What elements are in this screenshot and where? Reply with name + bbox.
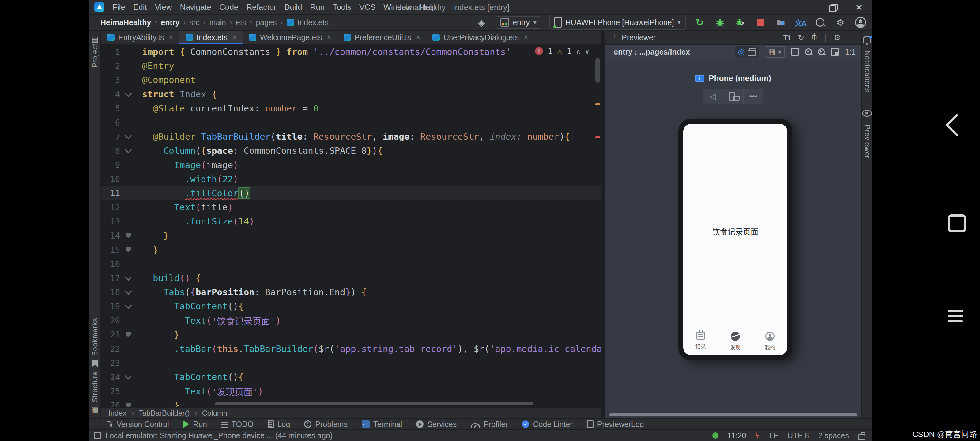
menu-item-file[interactable]: File [108, 0, 129, 14]
hide-panel-icon[interactable]: — [848, 33, 856, 42]
breadcrumb-item[interactable]: Index.ets [298, 18, 329, 27]
editor-breadcrumb-item[interactable]: TabBarBuilder() [139, 409, 190, 417]
toolwindow-version-control[interactable]: Version Control [107, 420, 169, 429]
line-ending-indicator[interactable]: LF [769, 431, 778, 440]
restore-icon[interactable] [824, 1, 842, 14]
project-folder-icon[interactable]: ▤ [92, 35, 99, 43]
phone-tab-item[interactable]: 记录 [695, 332, 706, 351]
debug-button[interactable] [714, 16, 726, 29]
layers-icon[interactable] [748, 49, 756, 56]
code-line[interactable]: 5 @State currentIndex: number = 0 [101, 101, 601, 115]
window-layout-icon[interactable] [94, 432, 101, 439]
run-button[interactable]: ↻ [694, 16, 706, 29]
more-options-icon[interactable]: ••• [744, 89, 763, 103]
system-recents-icon[interactable] [948, 214, 966, 232]
tab-close-icon[interactable]: × [169, 33, 173, 41]
code-line[interactable]: 9 Image(image) [101, 158, 601, 172]
prev-issue-icon[interactable]: ∧ [576, 48, 580, 55]
fold-chevron-icon[interactable] [125, 146, 132, 153]
toolwindow-profiler[interactable]: Profiler [471, 420, 508, 429]
editor-previewer-splitter[interactable] [601, 30, 605, 418]
code-line[interactable]: 23 [101, 356, 601, 370]
phone-tab-item[interactable]: 发现 [730, 332, 740, 351]
code-line[interactable]: 24 TabContent(){ [101, 370, 601, 384]
stop-button[interactable] [754, 16, 767, 29]
drag-handle-icon[interactable]: ⋮ [611, 33, 617, 41]
sidebar-item-structure[interactable]: Structure [91, 371, 99, 403]
lock-icon[interactable] [858, 434, 865, 440]
fold-end-icon[interactable] [126, 403, 131, 407]
tab-welcomepage-ets[interactable]: WelcomePage.ets× [243, 30, 337, 44]
fold-chevron-icon[interactable] [125, 274, 132, 281]
previewer-horizontal-scrollbar[interactable] [609, 413, 857, 417]
code-line[interactable]: 1import { CommonConstants } from '../com… [101, 45, 601, 59]
fit-to-screen-icon[interactable] [831, 48, 839, 56]
code-line[interactable]: 13 .fontSize(14) [101, 214, 601, 228]
rotate-device-icon[interactable] [723, 89, 744, 103]
fold-end-icon[interactable] [126, 233, 131, 238]
code-line[interactable]: 8 Column({space: CommonConstants.SPACE_8… [101, 143, 601, 158]
phone-screen[interactable]: 饮食记录页面 记录发现我的 [683, 124, 788, 355]
toolwindow-previewerlog[interactable]: PreviewerLog [587, 420, 644, 429]
tab-close-icon[interactable]: × [416, 33, 420, 41]
search-icon[interactable] [814, 16, 826, 29]
frame-icon[interactable] [791, 48, 799, 56]
code-line[interactable]: 22 .tabBar(this.TabBarBuilder($r('app.st… [101, 342, 601, 356]
status-message[interactable]: Local emulator: Starting Huawei_Phone de… [105, 431, 332, 440]
structure-icon[interactable]: ▦ [92, 406, 99, 414]
tab-entryability-ts[interactable]: EntryAbility.ts× [101, 30, 180, 44]
code-line[interactable]: 12 Text(title) [101, 200, 601, 214]
code-line[interactable]: 19 TabContent(){ [101, 299, 601, 313]
fold-chevron-icon[interactable] [125, 302, 132, 309]
editor-vertical-scrollbar[interactable] [595, 58, 600, 83]
indent-indicator[interactable]: 2 spaces [818, 431, 849, 440]
account-avatar[interactable] [854, 16, 867, 29]
tab-close-icon[interactable]: × [524, 33, 528, 41]
bookmark-icon[interactable] [92, 360, 98, 367]
locate-component-icon[interactable]: ◎ [738, 47, 745, 57]
zoom-in-icon[interactable] [818, 48, 825, 55]
translate-icon[interactable]: 文A [795, 17, 806, 28]
plug-icon[interactable]: ψ [811, 33, 817, 42]
error-stripe-mark[interactable] [595, 136, 600, 139]
back-icon[interactable]: ◁ [703, 89, 723, 103]
toolwindow-run[interactable]: Run [183, 420, 207, 429]
editor-breadcrumb-item[interactable]: Column [202, 409, 227, 417]
code-line[interactable]: 11 .fillColor() [101, 186, 601, 200]
phone-tab-item[interactable]: 我的 [765, 332, 775, 351]
refresh-icon[interactable]: ↻ [798, 33, 804, 42]
code-editor[interactable]: 1import { CommonConstants } from '../com… [101, 45, 601, 407]
toolwindow-code-linter[interactable]: ✓Code Linter [522, 420, 573, 429]
breadcrumb-item[interactable]: HeimaHealthy [100, 18, 151, 27]
code-line[interactable]: 16 [101, 257, 601, 271]
fold-end-icon[interactable] [126, 332, 131, 337]
toolwindow-log[interactable]: Log [268, 420, 290, 429]
inspections-widget[interactable]: ! 1 ⚠ 1 ∧ ∨ [535, 46, 589, 56]
fold-chevron-icon[interactable] [125, 373, 132, 380]
breadcrumb-item[interactable]: pages [256, 18, 277, 27]
settings-gear-icon[interactable]: ⚙ [834, 16, 846, 29]
editor-horizontal-scrollbar[interactable] [215, 402, 533, 406]
toolwindow-problems[interactable]: !Problems [304, 420, 348, 429]
sidebar-item-notifications[interactable]: Notifications [863, 51, 871, 93]
code-line[interactable]: 2@Entry [101, 59, 601, 73]
tab-close-icon[interactable]: × [327, 33, 331, 41]
code-line[interactable]: 25 Text('发现页面') [101, 384, 601, 398]
code-line[interactable]: 17 build() { [101, 271, 601, 285]
fold-chevron-icon[interactable] [125, 288, 132, 295]
toolwindow-services[interactable]: Services [416, 420, 457, 429]
fold-end-icon[interactable] [126, 247, 131, 252]
profiler-folder-icon[interactable] [775, 16, 787, 29]
system-back-icon[interactable] [945, 114, 968, 137]
zoom-out-icon[interactable] [805, 48, 812, 55]
code-line[interactable]: 14 } [101, 228, 601, 242]
actual-size-button[interactable]: 1:1 [845, 48, 856, 56]
tab-userprivacydialog-ets[interactable]: UserPrivacyDialog.ets× [426, 30, 534, 44]
breadcrumb-item[interactable]: entry [161, 18, 180, 27]
tab-index-ets[interactable]: Index.ets× [180, 30, 243, 44]
code-line[interactable]: 20 Text('饮食记录页面') [101, 314, 601, 328]
code-line[interactable]: 21 } [101, 328, 601, 342]
editor-breadcrumb-item[interactable]: Index [108, 409, 126, 417]
menu-item-build[interactable]: Build [280, 0, 306, 14]
previewer-settings-gear-icon[interactable]: ⚙ [834, 33, 841, 42]
